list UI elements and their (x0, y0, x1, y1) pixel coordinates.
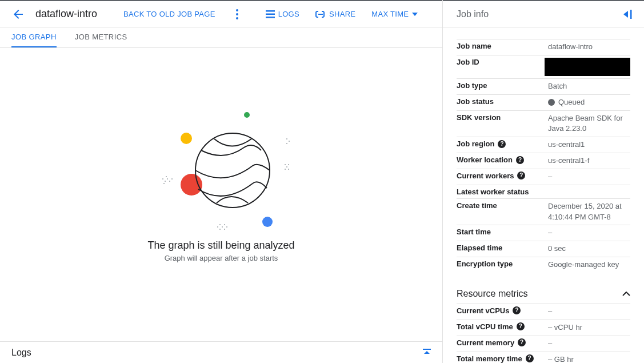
label-total-vcpu: Total vCPU time? (457, 322, 548, 331)
info-row-create-time: Create time December 15, 2020 at 4:10:44… (457, 198, 630, 225)
label-current-vcpus-text: Current vCPUs (457, 306, 509, 315)
max-time-label: MAX TIME (371, 10, 409, 18)
label-total-vcpu-text: Total vCPU time (457, 322, 513, 331)
svg-point-11 (162, 178, 163, 179)
svg-point-24 (285, 169, 286, 170)
collapse-panel-icon[interactable] (622, 10, 633, 19)
svg-point-2 (236, 17, 238, 19)
svg-rect-5 (266, 17, 275, 18)
logs-button-label: LOGS (278, 10, 299, 18)
value-region: us-central1 (548, 139, 630, 150)
graph-panel: The graph is still being analyzed Graph … (0, 48, 442, 341)
tab-job-metrics[interactable]: JOB METRICS (75, 27, 127, 47)
value-job-status: Queued (548, 97, 630, 108)
value-job-name: dataflow-intro (548, 42, 630, 53)
svg-point-17 (171, 178, 173, 179)
value-encryption: Google-managed key (548, 260, 630, 270)
graph-analyzing-title: The graph is still being analyzed (147, 240, 294, 252)
svg-point-1 (236, 13, 238, 15)
svg-point-12 (165, 181, 166, 182)
value-job-type: Batch (548, 81, 630, 92)
status-text: Queued (558, 97, 585, 108)
help-icon[interactable]: ? (516, 156, 524, 164)
label-worker-loc-text: Worker location (457, 155, 513, 164)
help-icon[interactable]: ? (517, 171, 525, 179)
label-start-time: Start time (457, 228, 548, 236)
svg-point-18 (286, 138, 287, 139)
svg-point-25 (288, 169, 289, 170)
svg-point-15 (163, 183, 165, 184)
svg-rect-3 (266, 10, 275, 12)
svg-point-0 (236, 9, 238, 11)
help-icon[interactable]: ? (518, 338, 526, 346)
back-arrow-icon[interactable] (11, 7, 25, 21)
value-current-mem: – (548, 338, 630, 349)
sub-tabs: JOB GRAPH JOB METRICS (0, 27, 442, 48)
info-row-elapsed: Elapsed time 0 sec (457, 241, 630, 257)
header-bar: dataflow-intro BACK TO OLD JOB PAGE LOGS… (0, 0, 442, 27)
svg-rect-34 (630, 10, 632, 19)
label-job-status: Job status (457, 97, 548, 106)
logs-bar-label: Logs (11, 348, 31, 358)
svg-point-28 (224, 224, 225, 225)
label-region-text: Job region (457, 139, 494, 148)
more-options-button[interactable] (226, 9, 249, 19)
label-total-mem-text: Total memory time (457, 354, 522, 363)
value-sdk: Apache Beam SDK for Java 2.23.0 (548, 113, 630, 135)
help-icon[interactable]: ? (513, 306, 521, 314)
job-title: dataflow-intro (35, 8, 97, 20)
svg-point-22 (286, 166, 287, 167)
svg-point-6 (244, 112, 250, 118)
info-row-encryption: Encryption type Google-managed key (457, 257, 630, 273)
label-sdk: SDK version (457, 113, 548, 122)
info-row-current-workers: Current workers? – (457, 169, 630, 185)
job-info-title: Job info (457, 9, 489, 19)
label-latest-worker-status: Latest worker status (457, 188, 548, 196)
label-elapsed: Elapsed time (457, 244, 548, 252)
svg-point-26 (219, 224, 221, 225)
max-time-button[interactable]: MAX TIME (366, 5, 423, 23)
job-info-table: Job name dataflow-intro Job ID Job type … (457, 39, 630, 273)
info-row-sdk: SDK version Apache Beam SDK for Java 2.2… (457, 110, 630, 137)
redacted-block (545, 58, 630, 76)
info-row-latest-worker-status: Latest worker status (457, 185, 630, 198)
help-icon[interactable]: ? (498, 140, 506, 148)
value-worker-loc: us-central1-f (548, 155, 630, 166)
label-current-workers-text: Current workers (457, 171, 514, 180)
svg-point-19 (289, 141, 290, 142)
info-row-total-mem: Total memory time? – GB hr (457, 352, 630, 364)
right-body: Job name dataflow-intro Job ID Job type … (443, 27, 644, 363)
svg-point-20 (286, 143, 287, 144)
svg-point-23 (288, 164, 289, 165)
logs-bar[interactable]: Logs (0, 341, 442, 363)
svg-point-27 (222, 226, 223, 228)
svg-point-21 (285, 164, 286, 165)
info-row-region: Job region? us-central1 (457, 137, 630, 153)
graph-analyzing-subtitle: Graph will appear after a job starts (165, 254, 278, 262)
label-worker-loc: Worker location? (457, 155, 548, 164)
value-elapsed: 0 sec (548, 244, 630, 254)
back-to-old-button[interactable]: BACK TO OLD JOB PAGE (118, 5, 221, 23)
share-button[interactable]: SHARE (310, 5, 361, 23)
value-create-time: December 15, 2020 at 4:10:44 PM GMT-8 (548, 201, 630, 223)
analyzing-illustration (147, 93, 295, 230)
info-row-worker-loc: Worker location? us-central1-f (457, 153, 630, 169)
value-current-workers: – (548, 171, 630, 182)
info-row-job-name: Job name dataflow-intro (457, 39, 630, 55)
label-region: Job region? (457, 139, 548, 148)
chevron-down-icon (412, 13, 418, 16)
info-row-job-id: Job ID (457, 55, 630, 78)
info-row-total-vcpu: Total vCPU time? – vCPU hr (457, 320, 630, 336)
help-icon[interactable]: ? (517, 322, 525, 330)
info-row-job-status: Job status Queued (457, 94, 630, 110)
svg-point-13 (167, 178, 168, 179)
status-dot-icon (548, 99, 555, 106)
tab-job-graph[interactable]: JOB GRAPH (11, 27, 57, 47)
label-total-mem: Total memory time? (457, 354, 548, 363)
svg-point-16 (166, 176, 167, 177)
help-icon[interactable]: ? (526, 354, 534, 362)
info-row-job-type: Job type Batch (457, 78, 630, 94)
resource-metrics-header[interactable]: Resource metrics (457, 289, 630, 299)
svg-point-9 (262, 217, 273, 227)
logs-button[interactable]: LOGS (260, 5, 305, 23)
